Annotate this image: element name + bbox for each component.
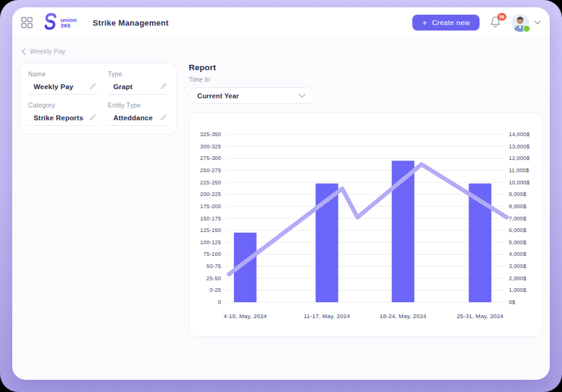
svg-text:225-250: 225-250 [200,180,221,186]
field-label: Name [28,70,98,78]
svg-text:300-325: 300-325 [200,143,221,150]
brand-logo: union 365 [43,13,77,32]
chevron-down-icon [534,20,541,25]
svg-text:4,000$: 4,000$ [509,251,527,257]
edit-pencil-icon[interactable] [159,82,167,90]
time-in-label: Time In [189,76,542,83]
svg-text:175-200: 175-200 [200,203,221,209]
svg-text:12,000$: 12,000$ [509,155,530,161]
time-range-select[interactable]: Current Year [189,87,315,104]
svg-text:0$: 0$ [509,299,515,305]
svg-text:14,000$: 14,000$ [509,131,530,137]
avatar[interactable] [511,14,529,32]
svg-text:11,000$: 11,000$ [509,167,529,173]
svg-text:9,000$: 9,000$ [509,191,527,197]
svg-text:18-24, May, 2024: 18-24, May, 2024 [380,313,426,319]
svg-text:275-300: 275-300 [200,155,221,161]
field-value: Grapt [113,83,133,90]
svg-text:11-17, May, 2024: 11-17, May, 2024 [304,313,350,319]
brand-name-bottom: 365 [60,23,77,29]
apps-grid-icon[interactable] [21,16,33,29]
edit-pencil-icon[interactable] [159,114,167,122]
report-details-card: Name Weekly Pay Type Grapt [20,63,177,134]
profile-menu-chevron[interactable] [534,20,541,25]
field-entity-type: Entity Type Atteddance [108,101,169,126]
field-category: Category Strike Reports [28,101,98,126]
svg-text:8,000$: 8,000$ [509,203,527,209]
svg-text:4-10, May, 2024: 4-10, May, 2024 [224,313,267,319]
field-value: Weekly Pay [34,83,73,90]
svg-text:250-275: 250-275 [200,167,221,173]
svg-text:3,000$: 3,000$ [509,263,527,269]
notification-badge: 56 [497,13,506,21]
app-window: union 365 Strike Management + Create new… [12,7,550,380]
field-name: Name Weekly Pay [28,70,98,95]
online-status-dot [523,25,530,32]
svg-text:2,000$: 2,000$ [509,275,527,281]
svg-text:25-50: 25-50 [206,275,221,281]
svg-text:1,000$: 1,000$ [509,287,527,293]
svg-text:200-225: 200-225 [200,191,221,197]
field-label: Entity Type [108,101,169,109]
svg-text:100-125: 100-125 [200,239,221,245]
report-chart-svg: 00$0-251,000$25-502,000$50-753,000$75-10… [189,113,544,328]
svg-text:7,000$: 7,000$ [509,216,527,222]
edit-pencil-icon[interactable] [89,82,97,90]
svg-text:0-25: 0-25 [210,287,221,293]
svg-text:50-75: 50-75 [206,263,221,269]
page-title: Strike Management [93,18,169,27]
report-title: Report [189,63,542,72]
svg-text:0: 0 [218,299,221,305]
svg-text:5,000$: 5,000$ [509,239,527,245]
create-new-label: Create new [432,19,470,26]
plus-icon: + [422,19,427,27]
svg-text:10,000$: 10,000$ [509,180,530,186]
report-chart-card: 00$0-251,000$25-502,000$50-753,000$75-10… [189,112,542,337]
svg-text:150-175: 150-175 [200,216,221,222]
top-bar: union 365 Strike Management + Create new… [12,7,550,38]
svg-text:125-150: 125-150 [200,227,221,233]
breadcrumb-label: Weekly Pay [30,48,65,55]
notifications-button[interactable]: 56 [489,15,503,30]
svg-text:6,000$: 6,000$ [509,227,527,233]
svg-text:13,000$: 13,000$ [509,143,530,150]
chevron-left-icon [21,48,26,55]
content-area: Weekly Pay Name Weekly Pay Type [12,38,550,337]
field-type: Type Grapt [108,70,169,95]
edit-pencil-icon[interactable] [89,114,97,122]
svg-text:25-31, May, 2024: 25-31, May, 2024 [457,313,503,319]
breadcrumb-back[interactable]: Weekly Pay [21,48,65,55]
field-label: Category [28,101,98,109]
report-section: Report Time In Current Year 00$0-251,000… [189,63,542,337]
create-new-button[interactable]: + Create new [412,15,480,31]
union365-logo-icon [43,13,57,32]
svg-text:75-100: 75-100 [203,251,221,257]
chevron-down-icon [298,93,306,98]
field-value: Strike Reports [34,114,83,122]
time-range-value: Current Year [197,92,239,100]
field-label: Type [108,70,169,78]
field-value: Atteddance [113,114,153,122]
brand-name: union 365 [60,17,77,29]
svg-text:325-350: 325-350 [200,131,221,137]
